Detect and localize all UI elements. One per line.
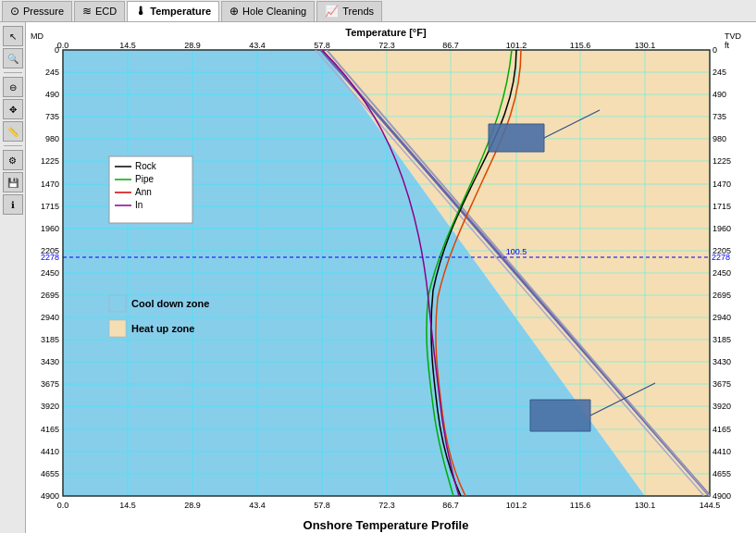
svg-text:490: 490 (45, 90, 59, 99)
svg-text:3920: 3920 (41, 402, 59, 411)
svg-text:2450: 2450 (713, 268, 731, 278)
svg-text:0.0: 0.0 (57, 501, 69, 510)
svg-text:TVD: TVD (725, 31, 742, 41)
svg-text:Cool down zone: Cool down zone (131, 298, 209, 309)
svg-text:Onshore Temperature Profile: Onshore Temperature Profile (304, 518, 469, 532)
svg-text:4900: 4900 (713, 491, 731, 501)
svg-text:130.1: 130.1 (635, 41, 656, 50)
svg-text:1715: 1715 (41, 202, 59, 211)
tab-bar: ⊙ Pressure ≋ ECD 🌡 Temperature ⊕ Hole Cl… (0, 0, 756, 22)
svg-text:980: 980 (713, 134, 726, 143)
svg-text:3430: 3430 (713, 357, 731, 366)
svg-text:2695: 2695 (41, 291, 59, 300)
main-content: ↖ 🔍 ⊖ ✥ 📏 ⚙ 💾 ℹ (0, 22, 756, 533)
svg-text:115.6: 115.6 (570, 41, 591, 50)
measure-button[interactable]: 📏 (3, 121, 23, 142)
svg-text:101.2: 101.2 (506, 501, 527, 510)
temperature-chart: Rock Pipe Ann In Cool down zone Heat up … (26, 22, 756, 533)
svg-text:245: 245 (713, 68, 726, 77)
svg-text:100.5: 100.5 (506, 247, 527, 256)
svg-text:1225: 1225 (41, 156, 59, 166)
svg-text:1470: 1470 (713, 180, 731, 189)
svg-text:2205: 2205 (713, 246, 731, 255)
svg-text:3675: 3675 (41, 379, 59, 389)
settings-button[interactable]: ⚙ (3, 150, 23, 170)
tab-temperature[interactable]: 🌡 Temperature (127, 1, 219, 21)
cursor-tool-button[interactable]: ↖ (3, 26, 23, 46)
svg-text:1225: 1225 (713, 156, 731, 166)
svg-text:43.4: 43.4 (249, 501, 266, 510)
svg-text:2450: 2450 (41, 268, 59, 278)
toolbar-divider-2 (4, 145, 22, 146)
svg-text:Ann: Ann (135, 187, 152, 197)
svg-text:4410: 4410 (41, 447, 59, 456)
svg-text:1960: 1960 (41, 224, 59, 233)
zoom-in-button[interactable]: 🔍 (3, 48, 23, 68)
export-button[interactable]: 💾 (3, 172, 23, 192)
svg-text:4410: 4410 (713, 447, 731, 456)
svg-text:3185: 3185 (41, 335, 59, 344)
svg-text:86.7: 86.7 (442, 41, 459, 50)
pan-button[interactable]: ✥ (3, 99, 23, 119)
svg-text:ft: ft (725, 41, 730, 50)
svg-text:735: 735 (45, 112, 59, 121)
svg-text:Heat up zone: Heat up zone (131, 323, 194, 334)
tab-trends[interactable]: 📈 Trends (316, 1, 382, 21)
svg-text:0: 0 (713, 45, 717, 55)
svg-text:101.2: 101.2 (506, 41, 527, 50)
chart-container[interactable]: Rock Pipe Ann In Cool down zone Heat up … (26, 22, 756, 533)
tab-pressure[interactable]: ⊙ Pressure (2, 1, 72, 21)
svg-text:4655: 4655 (41, 469, 59, 478)
svg-text:3920: 3920 (713, 402, 731, 411)
svg-text:Temperature [°F]: Temperature [°F] (345, 27, 427, 38)
svg-text:245: 245 (45, 68, 59, 77)
svg-text:28.9: 28.9 (184, 501, 201, 510)
svg-text:2278: 2278 (41, 253, 59, 262)
svg-text:115.6: 115.6 (570, 501, 591, 510)
svg-text:43.4: 43.4 (249, 41, 266, 50)
svg-text:72.3: 72.3 (378, 41, 395, 50)
svg-text:2695: 2695 (713, 291, 731, 300)
svg-text:Rock: Rock (135, 161, 157, 171)
toolbar-divider-1 (4, 72, 22, 73)
trends-icon: 📈 (325, 5, 339, 18)
svg-text:14.5: 14.5 (119, 501, 136, 510)
temperature-icon: 🌡 (135, 5, 146, 18)
hole-cleaning-icon: ⊕ (229, 5, 239, 18)
svg-text:28.9: 28.9 (184, 41, 201, 50)
svg-rect-54 (109, 320, 126, 337)
svg-text:130.1: 130.1 (635, 501, 656, 510)
svg-text:Pipe: Pipe (135, 174, 154, 184)
svg-text:4655: 4655 (713, 469, 731, 478)
left-toolbar: ↖ 🔍 ⊖ ✥ 📏 ⚙ 💾 ℹ (0, 22, 26, 533)
svg-text:86.7: 86.7 (442, 501, 459, 510)
ecd-icon: ≋ (82, 5, 92, 18)
svg-text:0: 0 (55, 45, 59, 55)
svg-text:3675: 3675 (713, 379, 731, 389)
tab-ecd[interactable]: ≋ ECD (74, 1, 125, 21)
svg-rect-52 (109, 295, 126, 312)
info-button[interactable]: ℹ (3, 194, 23, 215)
svg-text:1715: 1715 (713, 202, 731, 211)
svg-text:14.5: 14.5 (119, 41, 136, 50)
svg-text:MD: MD (31, 31, 43, 41)
svg-text:3430: 3430 (41, 357, 59, 366)
svg-text:57.8: 57.8 (314, 501, 330, 510)
svg-text:3185: 3185 (713, 335, 731, 344)
tab-hole-cleaning[interactable]: ⊕ Hole Cleaning (221, 1, 315, 21)
svg-text:In: In (135, 200, 143, 210)
svg-text:2940: 2940 (41, 313, 59, 322)
svg-text:4165: 4165 (713, 425, 731, 434)
svg-text:72.3: 72.3 (378, 501, 395, 510)
svg-text:4165: 4165 (41, 425, 59, 434)
svg-text:980: 980 (45, 134, 59, 143)
svg-text:144.5: 144.5 (700, 501, 721, 510)
svg-text:4900: 4900 (41, 491, 59, 501)
svg-text:1960: 1960 (713, 224, 731, 233)
svg-text:1470: 1470 (41, 180, 59, 189)
zoom-out-button[interactable]: ⊖ (3, 77, 23, 97)
svg-text:490: 490 (713, 90, 726, 99)
pressure-icon: ⊙ (10, 5, 19, 18)
svg-text:2940: 2940 (713, 313, 731, 322)
svg-text:735: 735 (713, 112, 726, 121)
